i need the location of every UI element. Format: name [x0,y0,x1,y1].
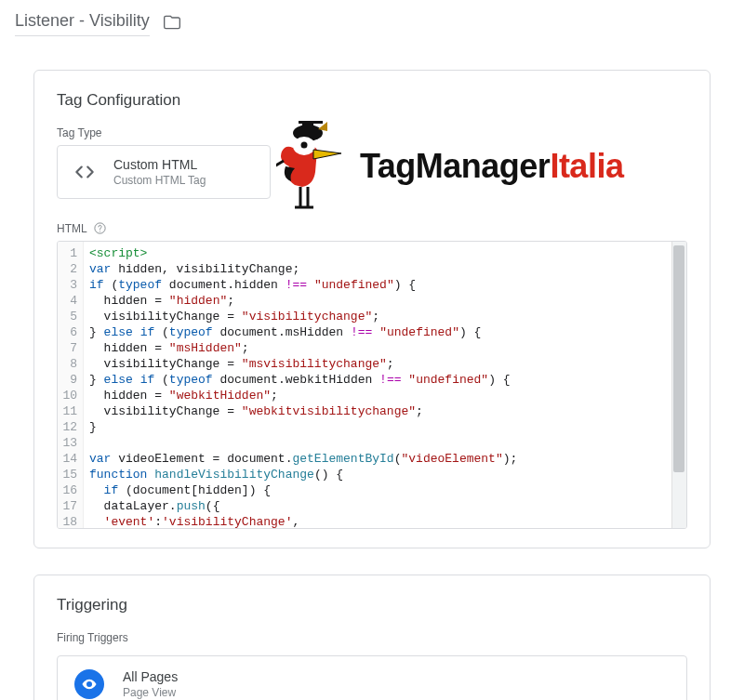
code-body[interactable]: <script>var hidden, visibilityChange;if … [84,242,686,528]
html-field-label: HTML [57,221,687,235]
config-heading: Tag Configuration [57,91,687,110]
html-code-editor[interactable]: 12345678910111213141516171819 <script>va… [57,241,687,529]
scroll-thumb[interactable] [673,245,684,472]
folder-icon[interactable] [163,13,181,34]
triggering-heading: Triggering [57,596,687,614]
tag-config-panel: Tag Configuration TagManagerItalia Tag T… [33,70,711,548]
svg-point-4 [301,142,308,149]
woodpecker-icon [276,120,349,213]
tag-type-selector[interactable]: Custom HTML Custom HTML Tag [57,145,271,199]
svg-point-7 [88,683,91,686]
brand-text: TagManagerItalia [360,147,623,186]
help-icon[interactable] [93,221,107,235]
tag-type-sub: Custom HTML Tag [113,174,206,187]
brand-logo: TagManagerItalia [276,115,704,218]
trigger-sub: Page View [123,686,178,699]
page-title[interactable]: Listener - Visibility [15,11,150,36]
line-gutter: 12345678910111213141516171819 [58,242,84,528]
code-icon [73,160,97,184]
svg-rect-2 [299,121,323,124]
scrollbar[interactable] [671,242,686,528]
trigger-row[interactable]: All Pages Page View [57,655,687,700]
tag-type-name: Custom HTML [113,157,206,172]
triggering-panel: Triggering Firing Triggers All Pages Pag… [33,575,711,700]
page-header: Listener - Visibility [0,0,744,44]
trigger-name: All Pages [123,669,178,684]
eye-icon [74,669,104,699]
svg-point-6 [100,231,100,231]
firing-triggers-label: Firing Triggers [57,631,687,644]
svg-rect-1 [302,124,313,135]
